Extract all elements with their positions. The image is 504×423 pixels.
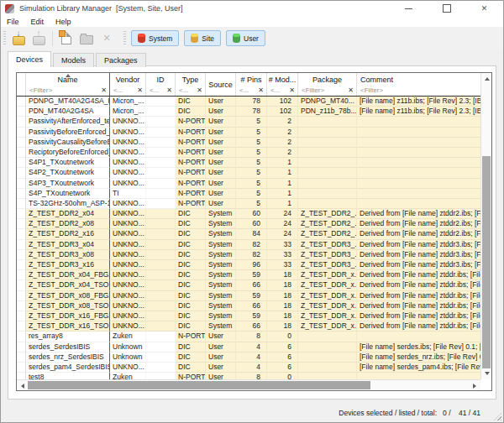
column-header-pins[interactable]: # Pins	[236, 76, 266, 84]
column-header-comment[interactable]: Comment	[357, 76, 483, 84]
table-row[interactable]: Z_TEST_DDR2_x16UNKNO...DICSystem8424Z_TE…	[17, 229, 480, 239]
row-selector[interactable]	[17, 260, 26, 270]
row-selector[interactable]	[17, 280, 26, 290]
table-row[interactable]: Z_TEST_DDR_x08_FBGAUNKNO...DICSystem5918…	[17, 291, 480, 301]
close-button[interactable]: ✕	[465, 1, 503, 16]
row-selector[interactable]	[17, 138, 26, 148]
table-row[interactable]: S4P_TXoutnetworkTIN-PORTUser51	[17, 189, 480, 199]
scroll-down-button[interactable]	[481, 368, 492, 379]
table-row[interactable]: serdes_nrz_SerdesIBISUnknownDICUser46[Fi…	[17, 352, 480, 363]
row-selector[interactable]	[17, 179, 26, 189]
table-row[interactable]: S4P2_TXoutnetworkUNKNO...N-PORTUser51	[17, 168, 480, 178]
column-header-name[interactable]: Name	[26, 76, 109, 84]
row-selector[interactable]	[17, 240, 26, 250]
row-selector[interactable]	[17, 332, 26, 342]
row-selector[interactable]	[17, 209, 26, 219]
tab-models[interactable]: Models	[53, 53, 94, 67]
row-selector[interactable]	[17, 219, 26, 229]
filter-package[interactable]: <Filter>✕	[302, 86, 354, 95]
table-row[interactable]: Z_TEST_DDR2_x08UNKNO...DICSystem6024Z_TE…	[17, 219, 480, 229]
row-selector[interactable]	[17, 158, 26, 168]
row-selector[interactable]	[17, 107, 26, 117]
clear-filter-package-icon[interactable]: ✕	[348, 86, 354, 94]
menu-file[interactable]: File	[1, 16, 25, 27]
tab-packages[interactable]: Packages	[96, 53, 146, 67]
table-row[interactable]: Z_TEST_DDR_x04_FBGAUNKNO...DICSystem5918…	[17, 270, 480, 280]
table-row[interactable]: serdes_SerdesIBISUnknownDICUser46[File n…	[17, 342, 480, 352]
row-selector[interactable]	[17, 199, 26, 209]
row-selector[interactable]	[17, 363, 26, 373]
row-selector[interactable]	[17, 97, 26, 107]
table-row[interactable]: Z_TEST_DDR2_x04UNKNO...DICSystem6024Z_TE…	[17, 209, 480, 219]
table-row[interactable]: Z_TEST_DDR_x16_FBGAUNKNO...DICSystem5918…	[17, 311, 480, 321]
row-selector[interactable]	[17, 301, 26, 311]
filter-type[interactable]: <...✕	[179, 86, 202, 95]
table-row[interactable]: PDNPG_MT40A2G4SA_PGP...Micron_...DICUser…	[17, 97, 480, 107]
column-header-vendor[interactable]: Vendor	[110, 76, 145, 84]
clear-filter-name-icon[interactable]: ✕	[101, 86, 107, 94]
column-header-type[interactable]: Type	[176, 76, 205, 84]
column-header-package[interactable]: Package	[298, 76, 356, 84]
user-library-toggle[interactable]: User	[226, 30, 265, 46]
new-library-button[interactable]	[56, 29, 76, 48]
clear-filter-type-icon[interactable]: ✕	[197, 86, 202, 94]
row-selector[interactable]	[17, 270, 26, 280]
filter-mods[interactable]: <...✕	[270, 86, 295, 95]
row-selector[interactable]	[17, 229, 26, 239]
tab-devices[interactable]: Devices	[8, 51, 51, 67]
table-row[interactable]: Z_TEST_DDR3_x04UNKNO...DICSystem8233Z_TE…	[17, 240, 480, 250]
row-selector[interactable]	[17, 291, 26, 301]
site-library-toggle[interactable]: Site	[184, 30, 221, 46]
maximize-button[interactable]	[428, 1, 465, 16]
row-selector[interactable]	[17, 342, 26, 352]
table-row[interactable]: PassivityAfterEnforced_testUNKNO...N-POR…	[17, 117, 480, 127]
row-selector[interactable]	[17, 148, 26, 158]
column-header-source[interactable]: Source	[206, 81, 235, 89]
row-selector[interactable]	[17, 117, 26, 127]
clear-filter-mods-icon[interactable]: ✕	[289, 86, 295, 94]
filter-vendor[interactable]: <...✕	[113, 86, 143, 95]
clear-filter-vendor-icon[interactable]: ✕	[137, 86, 143, 94]
table-row[interactable]: res_array8ZukenN-PORTUser80	[17, 332, 480, 342]
row-selector[interactable]	[17, 128, 26, 138]
horizontal-scroll-thumb[interactable]	[28, 381, 370, 389]
column-header-mods[interactable]: # Mod...	[267, 76, 297, 84]
resize-grip-icon[interactable]	[494, 413, 501, 420]
table-row[interactable]: Z_TEST_DDR_x08_TSOPUNKNO...DICSystem6618…	[17, 301, 480, 311]
table-row[interactable]: Z_TEST_DDR3_x16UNKNO...DICSystem9633Z_TE…	[17, 260, 480, 270]
column-header-id[interactable]: ID	[146, 76, 175, 84]
table-row[interactable]: S4P3_TXoutnetworkUNKNO...N-PORTUser51	[17, 179, 480, 189]
row-selector[interactable]	[17, 311, 26, 321]
row-selector[interactable]	[17, 250, 26, 260]
system-library-toggle[interactable]: System	[131, 30, 179, 46]
row-selector[interactable]	[17, 189, 26, 199]
import-library-button[interactable]: ↓	[8, 29, 29, 48]
table-row[interactable]: Z_TEST_DDR3_x08UNKNO...DICSystem8233Z_TE…	[17, 250, 480, 260]
table-row[interactable]: test8ZukenN-PORTUser80	[17, 373, 480, 379]
table-row[interactable]: serdes_pam4_SerdesIBISUNKNO...DICUser46[…	[17, 363, 480, 373]
minimize-button[interactable]	[390, 1, 428, 16]
row-selector[interactable]	[17, 352, 26, 363]
table-row[interactable]: PDN_MT40A2G4SAMicron_...DICUser78102PDN_…	[17, 107, 480, 117]
vertical-scroll-thumb[interactable]	[482, 156, 491, 368]
filter-name[interactable]: <Filter>✕	[29, 86, 107, 95]
menu-help[interactable]: Help	[50, 16, 77, 27]
row-selector[interactable]	[17, 321, 26, 332]
table-row[interactable]: TS-32GHz-50ohm_ASP-134...UNKNO...N-PORTU…	[17, 199, 480, 209]
clear-filter-id-icon[interactable]: ✕	[166, 86, 172, 94]
scroll-up-button[interactable]	[481, 73, 492, 84]
table-row[interactable]: PassivityCausalityBeforeEn...UNKNO...N-P…	[17, 138, 480, 148]
row-selector[interactable]	[17, 168, 26, 178]
filter-id[interactable]: <...✕	[150, 86, 172, 95]
horizontal-scrollbar[interactable]	[17, 379, 480, 390]
row-selector[interactable]	[17, 373, 26, 379]
table-row[interactable]: Z_TEST_DDR_x16_TSOPUNKNO...DICSystem6618…	[17, 321, 480, 332]
table-row[interactable]: Z_TEST_DDR_x04_TSOPUNKNO...DICSystem6618…	[17, 280, 480, 290]
table-row[interactable]: PassivityBeforeEnforced_testUNKNO...N-PO…	[17, 128, 480, 138]
clear-filter-pins-icon[interactable]: ✕	[258, 86, 264, 94]
scroll-right-button[interactable]	[470, 380, 480, 391]
filter-pins[interactable]: <...✕	[239, 86, 264, 95]
filter-comment[interactable]: <Filter>	[360, 86, 480, 95]
table-row[interactable]: S4P1_TXoutnetworkUNKNO...N-PORTUser51	[17, 158, 480, 168]
scroll-left-button[interactable]	[17, 380, 28, 391]
